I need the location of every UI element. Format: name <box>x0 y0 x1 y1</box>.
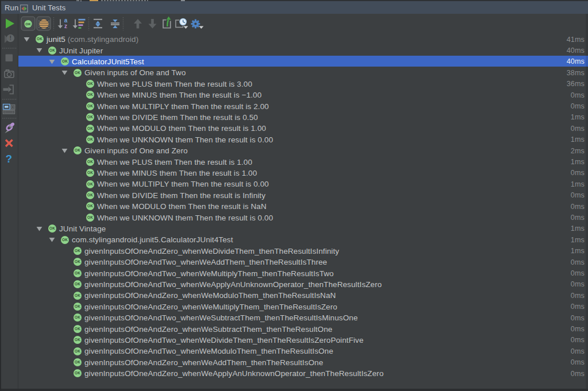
svg-text:OK: OK <box>25 22 31 26</box>
svg-text:z: z <box>64 23 67 29</box>
svg-text:a: a <box>64 17 68 24</box>
svg-text:!: ! <box>9 34 11 41</box>
svg-text:?: ? <box>6 153 12 165</box>
